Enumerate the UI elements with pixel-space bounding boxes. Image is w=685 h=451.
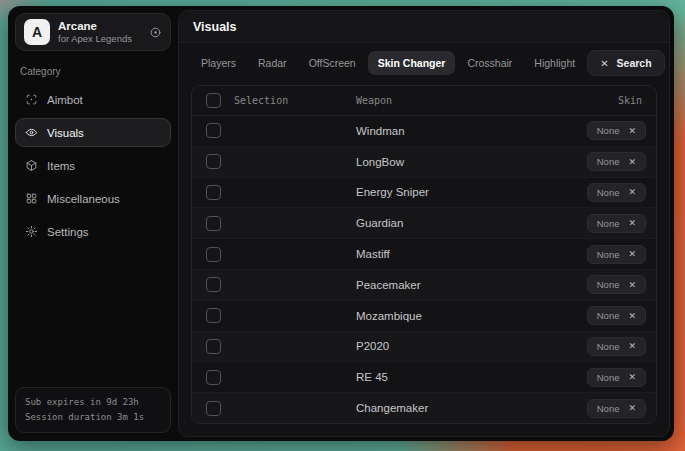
skin-value: None [597, 125, 620, 136]
sidebar-item-label: Settings [47, 226, 89, 238]
table-row: RE 45 None ✕ [192, 361, 656, 392]
skin-value: None [597, 218, 620, 229]
table-row: Mozambique None ✕ [192, 300, 656, 331]
skin-badge[interactable]: None ✕ [587, 152, 646, 171]
app-subtitle: for Apex Legends [58, 33, 141, 45]
tab-players[interactable]: Players [191, 51, 246, 75]
sub-expires-text: Sub expires in 9d 23h [25, 395, 161, 410]
crosshair-icon [25, 93, 38, 106]
clear-skin-icon[interactable]: ✕ [628, 341, 636, 351]
table-row: Windman None ✕ [192, 116, 656, 146]
sidebar-item-aimbot[interactable]: Aimbot [15, 85, 171, 114]
clear-skin-icon[interactable]: ✕ [628, 126, 636, 136]
sidebar-item-label: Aimbot [47, 94, 83, 106]
search-button-label: Search [617, 57, 652, 69]
clear-skin-icon[interactable]: ✕ [628, 280, 636, 290]
skin-badge[interactable]: None ✕ [587, 306, 646, 325]
main-panel: Visuals PlayersRadarOffScreenSkin Change… [178, 10, 670, 437]
skin-value: None [597, 156, 620, 167]
table-row: LongBow None ✕ [192, 146, 656, 177]
table-row: Peacemaker None ✕ [192, 269, 656, 300]
column-header-selection: Selection [234, 95, 346, 106]
select-all-checkbox[interactable] [206, 93, 221, 108]
table-body: Windman None ✕ LongBow None ✕ Energy Sni… [192, 116, 656, 423]
weapon-name: Changemaker [346, 402, 524, 414]
sidebar-item-visuals[interactable]: Visuals [15, 118, 171, 147]
tab-highlight[interactable]: Highlight [524, 51, 585, 75]
sidebar-item-settings[interactable]: Settings [15, 217, 171, 246]
tab-bar: PlayersRadarOffScreenSkin ChangerCrossha… [179, 43, 669, 82]
app-meta: Arcane for Apex Legends [58, 19, 141, 45]
weapon-name: Windman [346, 125, 524, 137]
search-button[interactable]: ✕ Search [587, 50, 664, 76]
clear-skin-icon[interactable]: ✕ [628, 187, 636, 197]
skin-value: None [597, 279, 620, 290]
row-checkbox[interactable] [206, 247, 221, 262]
skin-value: None [597, 403, 620, 414]
clear-skin-icon[interactable]: ✕ [628, 372, 636, 382]
row-checkbox[interactable] [206, 339, 221, 354]
target-icon[interactable] [149, 26, 162, 39]
table-row: Mastiff None ✕ [192, 238, 656, 269]
skin-badge[interactable]: None ✕ [587, 275, 646, 294]
skin-value: None [597, 310, 620, 321]
gear-icon [25, 225, 38, 238]
skin-value: None [597, 187, 620, 198]
sidebar-item-items[interactable]: Items [15, 151, 171, 180]
table-row: Guardian None ✕ [192, 207, 656, 238]
app-header-card: A Arcane for Apex Legends [15, 13, 171, 51]
row-checkbox[interactable] [206, 154, 221, 169]
clear-skin-icon[interactable]: ✕ [628, 311, 636, 321]
page-title: Visuals [179, 11, 669, 43]
weapon-name: Mozambique [346, 310, 524, 322]
skin-badge[interactable]: None ✕ [587, 245, 646, 264]
box-icon [25, 159, 38, 172]
tab-offscreen[interactable]: OffScreen [299, 51, 366, 75]
weapon-name: Energy Sniper [346, 186, 524, 198]
clear-skin-icon[interactable]: ✕ [628, 249, 636, 259]
clear-skin-icon[interactable]: ✕ [628, 403, 636, 413]
tab-crosshair[interactable]: Crosshair [457, 51, 522, 75]
subscription-status-card: Sub expires in 9d 23h Session duration 3… [15, 387, 171, 433]
category-label: Category [20, 66, 166, 77]
row-checkbox[interactable] [206, 123, 221, 138]
skin-badge[interactable]: None ✕ [587, 121, 646, 140]
row-checkbox[interactable] [206, 216, 221, 231]
sidebar-item-miscellaneous[interactable]: Miscellaneous [15, 184, 171, 213]
skin-badge[interactable]: None ✕ [587, 183, 646, 202]
skin-badge[interactable]: None ✕ [587, 214, 646, 233]
row-checkbox[interactable] [206, 185, 221, 200]
skin-value: None [597, 372, 620, 383]
weapon-name: RE 45 [346, 371, 524, 383]
app-logo-letter: A [32, 24, 42, 40]
skin-value: None [597, 249, 620, 260]
x-icon: ✕ [600, 58, 608, 69]
table-row: Changemaker None ✕ [192, 392, 656, 423]
column-header-weapon: Weapon [346, 95, 524, 106]
table-row: Energy Sniper None ✕ [192, 177, 656, 208]
clear-skin-icon[interactable]: ✕ [628, 218, 636, 228]
row-checkbox[interactable] [206, 401, 221, 416]
sidebar-item-label: Miscellaneous [47, 193, 120, 205]
weapon-name: LongBow [346, 156, 524, 168]
app-name: Arcane [58, 19, 141, 33]
skin-value: None [597, 341, 620, 352]
weapon-name: P2020 [346, 340, 524, 352]
row-checkbox[interactable] [206, 370, 221, 385]
table-header-row: Selection Weapon Skin [192, 86, 656, 116]
skin-changer-table: Selection Weapon Skin Windman None ✕ Lon… [191, 85, 657, 424]
session-duration-text: Session duration 3m 1s [25, 410, 161, 425]
weapon-name: Peacemaker [346, 279, 524, 291]
clear-skin-icon[interactable]: ✕ [628, 157, 636, 167]
row-checkbox[interactable] [206, 277, 221, 292]
app-window: A Arcane for Apex Legends Category Aimbo… [8, 6, 674, 441]
app-logo: A [24, 19, 50, 45]
skin-badge[interactable]: None ✕ [587, 368, 646, 387]
tabs-group: PlayersRadarOffScreenSkin ChangerCrossha… [191, 51, 585, 75]
skin-badge[interactable]: None ✕ [587, 337, 646, 356]
tab-radar[interactable]: Radar [248, 51, 297, 75]
row-checkbox[interactable] [206, 308, 221, 323]
sidebar: A Arcane for Apex Legends Category Aimbo… [8, 6, 176, 441]
tab-skin-changer[interactable]: Skin Changer [368, 51, 456, 75]
skin-badge[interactable]: None ✕ [587, 399, 646, 418]
